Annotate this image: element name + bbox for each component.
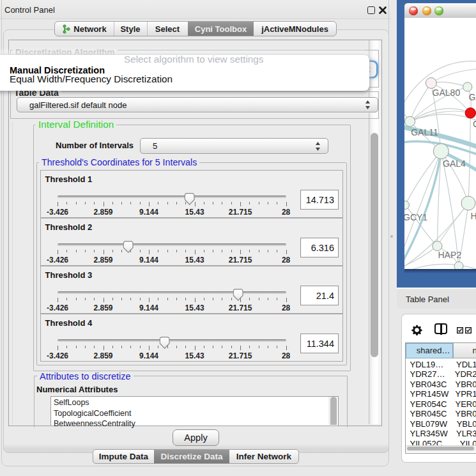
svg-text:GCY1: GCY1 bbox=[404, 212, 427, 222]
svg-text:C: C bbox=[473, 119, 476, 129]
svg-text:GAL4: GAL4 bbox=[443, 158, 466, 169]
svg-text:HAP2: HAP2 bbox=[438, 250, 462, 260]
svg-text:GAL80: GAL80 bbox=[433, 88, 461, 98]
svg-text:GAL11: GAL11 bbox=[411, 127, 438, 137]
svg-text:H: H bbox=[471, 211, 476, 221]
svg-text:GA: GA bbox=[469, 92, 476, 102]
